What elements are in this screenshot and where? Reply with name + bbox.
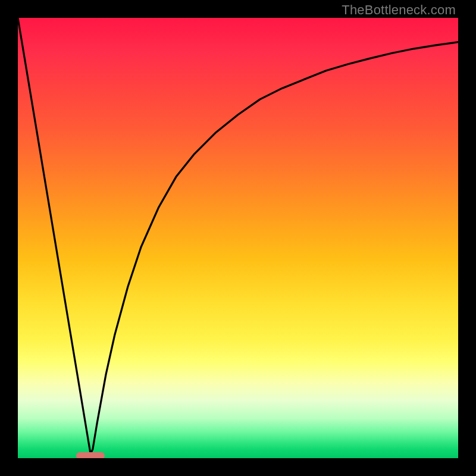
plot-area <box>18 18 458 458</box>
chart-frame: TheBottleneck.com <box>0 0 476 476</box>
watermark-text: TheBottleneck.com <box>342 2 456 18</box>
bottleneck-curve <box>18 18 458 458</box>
optimal-range-marker <box>76 452 105 458</box>
